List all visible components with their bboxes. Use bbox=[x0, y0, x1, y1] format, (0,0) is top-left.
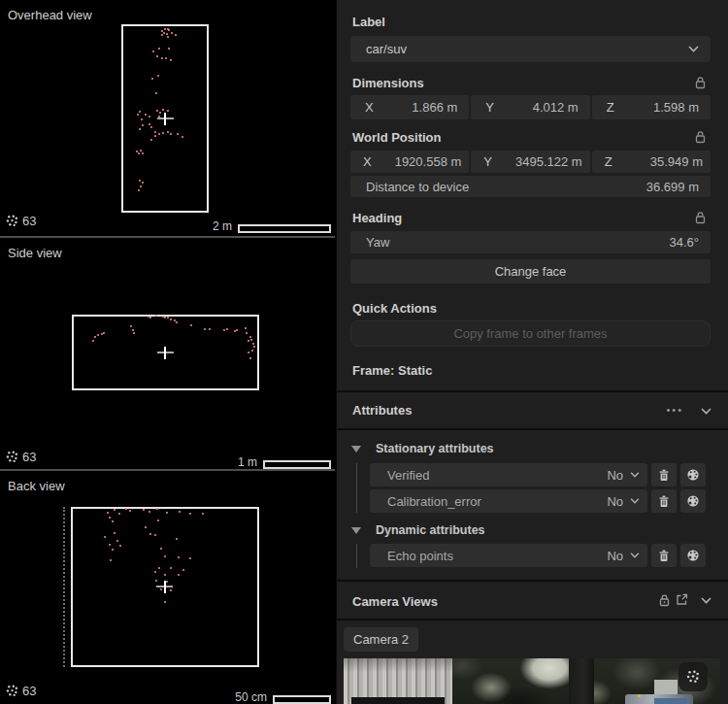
lidar-point bbox=[178, 556, 180, 558]
lidar-point bbox=[223, 329, 225, 331]
lidar-point bbox=[160, 548, 162, 550]
distance-value: 36.699 m bbox=[646, 180, 699, 194]
delete-attribute-button[interactable] bbox=[651, 544, 677, 567]
points-count-icon bbox=[686, 670, 700, 684]
chevron-down-icon bbox=[630, 498, 640, 504]
point-count: 63 bbox=[6, 684, 36, 698]
crosshair-icon bbox=[164, 113, 166, 125]
lidar-point bbox=[152, 50, 154, 52]
lidar-point bbox=[178, 574, 180, 576]
axis-value: 35.949 m bbox=[650, 154, 703, 169]
point-count-value: 63 bbox=[22, 684, 36, 698]
lidar-point bbox=[170, 133, 172, 135]
camera-2-thumbnail[interactable] bbox=[344, 658, 720, 704]
dimension-y-field[interactable]: Y 4.012 m bbox=[471, 95, 589, 119]
lidar-point bbox=[140, 150, 142, 151]
point-count: 63 bbox=[6, 214, 36, 228]
lidar-point bbox=[154, 131, 156, 133]
change-face-button[interactable]: Change face bbox=[350, 259, 711, 284]
lidar-point bbox=[149, 317, 151, 318]
attribute-color-button[interactable] bbox=[680, 544, 706, 567]
distance-label: Distance to device bbox=[366, 180, 469, 194]
axis-label: Z bbox=[607, 100, 614, 115]
attribute-color-button[interactable] bbox=[680, 489, 706, 513]
lidar-point bbox=[149, 533, 151, 535]
copy-frame-button[interactable]: Copy frame to other frames bbox=[350, 320, 711, 347]
lidar-point bbox=[139, 111, 141, 113]
lidar-point bbox=[170, 59, 172, 61]
attribute-value: No bbox=[607, 549, 623, 563]
stationary-attributes-header[interactable]: Stationary attributes bbox=[351, 442, 494, 455]
lidar-point bbox=[245, 327, 247, 329]
chevron-down-icon[interactable] bbox=[701, 597, 711, 604]
attribute-value: No bbox=[607, 494, 623, 509]
overhead-view-title: Overhead view bbox=[8, 8, 92, 22]
show-points-overlay-button[interactable] bbox=[678, 662, 708, 691]
attributes-section-title: Attributes bbox=[352, 403, 412, 418]
lidar-point bbox=[109, 517, 111, 519]
attribute-value-select[interactable]: No bbox=[607, 549, 640, 563]
chevron-down-icon[interactable] bbox=[701, 408, 711, 415]
palette-icon bbox=[686, 468, 700, 482]
back-view-pane[interactable]: Back view 63 50 cm bbox=[0, 471, 335, 704]
position-x-field[interactable]: X 1920.558 m bbox=[350, 151, 469, 173]
dimension-x-field[interactable]: X 1.866 m bbox=[350, 95, 469, 119]
lock-icon[interactable] bbox=[658, 593, 671, 607]
quick-actions-title: Quick Actions bbox=[352, 301, 437, 316]
scale-indicator: 1 m bbox=[238, 455, 331, 469]
dashed-edge-guide bbox=[63, 507, 65, 667]
yaw-row[interactable]: Yaw 34.6° bbox=[350, 231, 711, 253]
unlock-icon[interactable] bbox=[694, 76, 707, 89]
attributes-more-icon[interactable]: ••• bbox=[666, 404, 683, 416]
group-title: Dynamic attributes bbox=[376, 523, 485, 537]
overhead-view-pane[interactable]: Overhead view 63 2 m bbox=[0, 0, 335, 238]
camera-image-detail bbox=[638, 694, 641, 697]
attribute-color-button[interactable] bbox=[680, 463, 706, 486]
lidar-point bbox=[170, 567, 172, 569]
section-divider bbox=[337, 428, 728, 430]
delete-attribute-button[interactable] bbox=[651, 489, 677, 513]
lidar-point bbox=[133, 332, 135, 334]
dimension-z-field[interactable]: Z 1.598 m bbox=[592, 95, 711, 119]
lidar-point bbox=[190, 324, 192, 326]
delete-attribute-button[interactable] bbox=[651, 463, 677, 486]
attribute-value-select[interactable]: No bbox=[607, 468, 640, 483]
section-divider bbox=[337, 619, 728, 620]
unlock-icon[interactable] bbox=[694, 211, 707, 224]
lidar-point bbox=[176, 538, 178, 540]
lidar-point bbox=[140, 185, 142, 187]
indent-guide bbox=[356, 544, 357, 568]
lidar-point bbox=[246, 332, 248, 334]
side-view-pane[interactable]: Side view 63 1 m bbox=[0, 238, 335, 471]
lidar-point bbox=[189, 557, 191, 559]
lidar-point bbox=[182, 136, 183, 138]
point-count-value: 63 bbox=[22, 214, 36, 228]
unlock-icon[interactable] bbox=[694, 130, 707, 144]
chevron-down-icon bbox=[688, 46, 699, 52]
scale-bar bbox=[273, 695, 331, 704]
position-z-field[interactable]: Z 35.949 m bbox=[592, 151, 711, 173]
lidar-point bbox=[253, 346, 255, 348]
lidar-point bbox=[142, 182, 144, 184]
lidar-point bbox=[156, 508, 158, 510]
dynamic-attributes-header[interactable]: Dynamic attributes bbox=[351, 523, 485, 537]
camera-2-tab[interactable]: Camera 2 bbox=[344, 627, 418, 652]
position-y-field[interactable]: Y 3495.122 m bbox=[471, 151, 589, 173]
lidar-point bbox=[151, 78, 153, 80]
scale-indicator: 50 cm bbox=[235, 690, 331, 704]
lidar-point bbox=[114, 532, 116, 534]
external-link-icon[interactable] bbox=[676, 593, 688, 606]
lidar-point bbox=[112, 549, 114, 551]
collapse-triangle-icon[interactable] bbox=[351, 446, 361, 453]
attribute-value-select[interactable]: No bbox=[607, 494, 640, 509]
lidar-point bbox=[158, 48, 160, 50]
collapse-triangle-icon[interactable] bbox=[351, 527, 361, 534]
attribute-value: No bbox=[607, 468, 623, 483]
lidar-point bbox=[166, 512, 168, 514]
lidar-point bbox=[94, 336, 96, 338]
axis-label: Y bbox=[485, 100, 494, 115]
lidar-point bbox=[143, 509, 145, 511]
yaw-value: 34.6° bbox=[669, 235, 699, 250]
scale-bar bbox=[238, 224, 331, 233]
label-select[interactable]: car/suv bbox=[350, 36, 711, 62]
